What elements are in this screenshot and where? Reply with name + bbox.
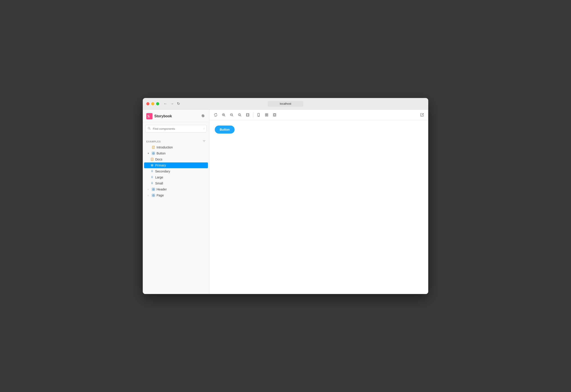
svg-rect-18 xyxy=(152,190,153,191)
svg-rect-11 xyxy=(154,154,155,155)
primary-label: Primary xyxy=(155,164,204,167)
svg-rect-34 xyxy=(246,113,249,116)
button-chevron: ▾ xyxy=(148,152,150,155)
introduction-label: Introduction xyxy=(157,146,204,149)
svg-rect-10 xyxy=(152,154,153,155)
toolbar-divider xyxy=(253,112,253,118)
svg-rect-44 xyxy=(274,114,275,115)
sidebar-item-primary[interactable]: Primary xyxy=(144,162,208,168)
settings-button[interactable] xyxy=(200,113,206,119)
viewport-mobile-button[interactable] xyxy=(255,111,262,118)
svg-rect-40 xyxy=(267,113,268,115)
gear-icon xyxy=(201,114,205,118)
svg-text:1: 1 xyxy=(239,114,240,115)
svg-rect-39 xyxy=(265,113,266,115)
sidebar-item-introduction[interactable]: Introduction xyxy=(144,144,208,150)
section-label: EXAMPLES xyxy=(146,140,161,143)
toolbar-right xyxy=(418,111,426,118)
docs-icon xyxy=(150,157,154,161)
page-component-icon xyxy=(152,194,155,197)
search-box: / xyxy=(145,125,207,132)
sync-button[interactable] xyxy=(212,111,219,118)
svg-rect-16 xyxy=(152,188,153,189)
svg-line-3 xyxy=(150,129,151,130)
zoom-in-button[interactable] xyxy=(220,111,227,118)
sidebar-item-header[interactable]: › Header xyxy=(144,186,208,192)
svg-rect-43 xyxy=(273,113,276,116)
reload-button[interactable]: ↻ xyxy=(176,101,181,106)
content-area: 1 xyxy=(209,110,428,294)
sidebar-item-docs[interactable]: Docs xyxy=(144,156,208,162)
sidebar-content: EXAMPLES xyxy=(143,135,209,294)
large-label: Large xyxy=(155,176,204,179)
logo-area: S Storybook xyxy=(146,113,172,119)
svg-rect-17 xyxy=(154,188,155,189)
small-story-icon xyxy=(150,182,154,185)
fullscreen-button[interactable] xyxy=(244,111,251,118)
svg-rect-21 xyxy=(154,194,155,195)
zoom-reset-button[interactable]: 1 xyxy=(236,111,243,118)
primary-story-icon xyxy=(150,164,154,167)
traffic-lights xyxy=(146,102,159,105)
search-shortcut: / xyxy=(204,127,204,130)
title-bar: ← → ↻ localhost xyxy=(143,98,428,110)
preview-area: Button xyxy=(209,120,428,294)
outline-button[interactable] xyxy=(271,111,278,118)
sidebar-item-large[interactable]: Large xyxy=(144,174,208,180)
button-label: Button xyxy=(157,152,204,155)
search-input[interactable] xyxy=(145,125,207,132)
zoom-out-button[interactable] xyxy=(228,111,235,118)
sidebar-header: S Storybook xyxy=(143,110,209,122)
svg-rect-8 xyxy=(152,152,153,153)
sidebar-item-button[interactable]: ▾ Button xyxy=(144,151,208,156)
browser-window: ← → ↻ localhost S Storybook xyxy=(143,98,428,294)
svg-rect-42 xyxy=(267,115,268,116)
docs-label: Docs xyxy=(155,157,204,161)
maximize-button[interactable] xyxy=(156,102,159,105)
storybook-logo-icon: S xyxy=(146,113,153,119)
header-chevron: › xyxy=(148,188,150,191)
doc-icon xyxy=(152,146,155,149)
svg-line-27 xyxy=(224,115,225,116)
svg-line-30 xyxy=(232,115,233,116)
header-component-icon xyxy=(152,188,155,191)
svg-rect-22 xyxy=(152,196,153,197)
page-chevron: › xyxy=(148,194,150,197)
secondary-label: Secondary xyxy=(155,169,204,173)
toolbar: 1 xyxy=(209,110,428,120)
close-button[interactable] xyxy=(146,102,149,105)
toolbar-left: 1 xyxy=(212,111,278,118)
sidebar-item-small[interactable]: Small xyxy=(144,181,208,186)
logo-text: Storybook xyxy=(154,114,172,118)
svg-rect-23 xyxy=(154,196,155,197)
sort-button[interactable] xyxy=(202,140,206,143)
nav-buttons: ← → ↻ xyxy=(163,101,181,106)
sidebar: S Storybook xyxy=(143,110,209,294)
examples-section-header: EXAMPLES xyxy=(143,138,209,144)
sidebar-item-secondary[interactable]: Secondary xyxy=(144,168,208,174)
url-text: localhost xyxy=(280,102,291,105)
forward-button[interactable]: → xyxy=(170,101,175,106)
main-area: S Storybook xyxy=(143,110,428,294)
svg-text:S: S xyxy=(147,114,150,119)
svg-rect-20 xyxy=(152,194,153,195)
large-story-icon xyxy=(150,176,154,179)
header-label: Header xyxy=(157,188,204,191)
small-label: Small xyxy=(155,182,204,185)
sidebar-item-page[interactable]: › Page xyxy=(144,193,208,198)
grid-button[interactable] xyxy=(263,111,270,118)
secondary-story-icon xyxy=(150,169,154,173)
back-button[interactable]: ← xyxy=(163,101,168,106)
open-new-button[interactable] xyxy=(418,111,426,118)
svg-rect-9 xyxy=(154,152,155,153)
preview-button[interactable]: Button xyxy=(215,126,235,134)
svg-line-45 xyxy=(422,113,423,115)
minimize-button[interactable] xyxy=(151,102,154,105)
svg-rect-41 xyxy=(265,115,266,116)
svg-rect-19 xyxy=(154,190,155,191)
page-label: Page xyxy=(157,194,204,197)
component-icon xyxy=(152,152,155,155)
search-icon xyxy=(148,127,151,130)
url-bar[interactable]: localhost xyxy=(268,101,303,107)
svg-line-32 xyxy=(240,115,241,116)
